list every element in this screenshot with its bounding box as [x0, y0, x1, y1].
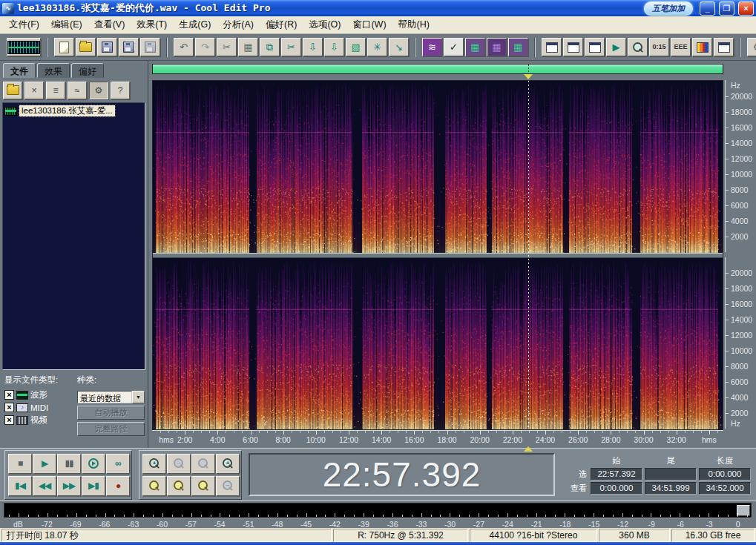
menu-item-5[interactable]: 分析(A) — [217, 16, 260, 33]
fullpath-button[interactable]: 完整路径 — [77, 422, 145, 436]
menu-item-3[interactable]: 效果(T) — [131, 16, 173, 33]
checkbox-视频[interactable]: × — [4, 415, 14, 425]
sel-field-0-2[interactable]: 0:00.000 — [699, 468, 751, 480]
playhead-line[interactable] — [528, 81, 529, 429]
menu-item-1[interactable]: 编辑(E) — [45, 16, 88, 33]
insert-into-multitrack-button[interactable]: ≡ — [46, 82, 65, 99]
open-button[interactable] — [3, 82, 22, 99]
close-button[interactable]: × — [738, 1, 754, 16]
play-bar-button[interactable]: ▶ — [606, 38, 626, 56]
rewind-button[interactable]: ◀◀ — [33, 476, 56, 496]
frequency-ruler[interactable]: Hz20000180001600014000120001000080006000… — [723, 80, 756, 430]
minimize-button[interactable]: _ — [700, 1, 715, 16]
zoom-to-selection-button[interactable] — [167, 476, 191, 496]
window-playlist-button[interactable] — [585, 38, 605, 56]
file-list-item[interactable]: lee1303186.张艾嘉-爱... — [4, 105, 143, 116]
sel-field-0-1[interactable] — [645, 468, 697, 480]
convert-sample-type-button[interactable]: ✳ — [367, 38, 387, 56]
tab-文件[interactable]: 文件 — [3, 63, 36, 78]
overview-bar[interactable] — [152, 64, 723, 74]
zoom-in-button[interactable]: + — [142, 454, 166, 474]
spectrogram-right-channel[interactable] — [153, 258, 723, 429]
zoom-in-vertical-button[interactable]: + — [216, 454, 240, 474]
record-button[interactable]: ● — [106, 476, 130, 496]
stop-button[interactable]: ■ — [8, 454, 32, 474]
sort-dropdown[interactable]: 最近的数据 ▼ — [77, 391, 145, 403]
help-button[interactable]: ? — [111, 82, 130, 99]
restore-button[interactable]: ❐ — [719, 1, 734, 16]
spectrogram-display[interactable] — [152, 80, 723, 430]
checkbox-MIDI[interactable]: × — [4, 403, 14, 412]
insert-wave-button[interactable]: ≈ — [68, 82, 87, 99]
menu-item-4[interactable]: 生成(G) — [173, 16, 217, 33]
trim-button[interactable]: ✂ — [217, 38, 237, 56]
crop-button[interactable]: ▦ — [238, 38, 258, 56]
grid-view-b-button[interactable]: ▦ — [487, 38, 507, 56]
menu-item-6[interactable]: 偏好(R) — [260, 16, 303, 33]
save-selection-button[interactable] — [140, 38, 160, 56]
playhead-handle-bottom[interactable] — [524, 446, 533, 452]
waveform-display-toggle-button[interactable] — [7, 38, 41, 56]
menu-item-9[interactable]: 帮助(H) — [392, 16, 435, 33]
play-looped-button[interactable] — [82, 454, 105, 474]
new-file-button[interactable] — [54, 38, 74, 56]
zoom-out-button[interactable]: − — [167, 454, 191, 474]
window-info-button[interactable] — [563, 38, 583, 56]
redo-button[interactable]: ↷ — [195, 38, 215, 56]
time-ruler[interactable]: hms2:004:006:008:0010:0012:0014:0016:001… — [152, 430, 723, 446]
pause-button[interactable]: ▮▮ — [57, 454, 81, 474]
settings-button[interactable]: ⚙ — [747, 38, 756, 56]
save-file-button[interactable] — [97, 38, 117, 56]
zoom-bar-button[interactable] — [628, 38, 648, 56]
autoplay-button[interactable]: 自动播放 — [77, 406, 145, 420]
copy-button[interactable]: ⧉ — [260, 38, 280, 56]
undo-button[interactable]: ↶ — [174, 38, 194, 56]
frequency-analysis-button[interactable]: EEE — [671, 38, 691, 56]
tab-效果[interactable]: 效果 — [37, 63, 70, 78]
zoom-full-button[interactable] — [191, 454, 215, 474]
zoom-to-selection-button[interactable]: ↘ — [389, 38, 409, 56]
meter-thumb[interactable] — [737, 505, 750, 516]
save-as-button[interactable] — [119, 38, 139, 56]
grid-view-a-button[interactable]: ▦ — [465, 38, 485, 56]
level-meter[interactable] — [4, 503, 752, 518]
spectral-view-button[interactable]: ≋ — [422, 38, 442, 56]
zoom-to-selection-left-button[interactable] — [142, 476, 166, 496]
options-button[interactable]: ⚙ — [89, 82, 108, 99]
level-meters-button[interactable] — [692, 38, 712, 56]
play-button[interactable]: ▶ — [33, 454, 56, 474]
tab-偏好[interactable]: 偏好 — [71, 63, 104, 78]
open-file-button[interactable] — [76, 38, 96, 56]
file-list[interactable]: lee1303186.张艾嘉-爱... — [2, 102, 145, 370]
paste-to-new-button[interactable]: ⇩ — [324, 38, 344, 56]
options-check-button[interactable]: ✓ — [444, 38, 464, 56]
grid-view-c-button[interactable]: ▦ — [508, 38, 528, 56]
playhead-handle-top[interactable] — [524, 74, 533, 79]
go-to-end-button[interactable]: ▶▮ — [82, 476, 105, 496]
loop-button[interactable]: ∞ — [106, 454, 130, 474]
menu-item-0[interactable]: 文件(F) — [3, 16, 45, 33]
menu-item-7[interactable]: 选项(O) — [303, 16, 346, 33]
go-to-start-button[interactable]: ▮◀ — [8, 476, 32, 496]
overview-playhead[interactable] — [528, 65, 529, 73]
fast-forward-button[interactable]: ▶▶ — [57, 476, 81, 496]
mix-paste-button[interactable]: ▧ — [346, 38, 366, 56]
menu-item-2[interactable]: 查看(V) — [88, 16, 131, 33]
spectrogram-left-channel[interactable] — [153, 81, 723, 253]
cut-button[interactable]: ✂ — [281, 38, 301, 56]
time-window-button[interactable]: 0:15 — [649, 38, 669, 56]
chevron-down-icon[interactable]: ▼ — [132, 391, 145, 403]
status-window-button[interactable] — [714, 38, 734, 56]
sel-field-1-1[interactable]: 34:51.999 — [645, 482, 697, 495]
checkbox-波形[interactable]: × — [4, 390, 14, 400]
sel-field-1-0[interactable]: 0:00.000 — [591, 482, 642, 495]
sel-field-0-0[interactable]: 22:57.392 — [591, 468, 642, 480]
menu-item-8[interactable]: 窗口(W) — [346, 16, 392, 33]
paste-button[interactable]: ⇩ — [303, 38, 323, 56]
meter-tick — [545, 515, 546, 517]
close-file-button[interactable]: × — [24, 82, 44, 99]
zoom-to-selection-right-button[interactable] — [191, 476, 215, 496]
sel-field-1-2[interactable]: 34:52.000 — [699, 482, 751, 495]
zoom-out-vertical-button[interactable]: − — [216, 476, 240, 496]
window-main-button[interactable] — [542, 38, 562, 56]
